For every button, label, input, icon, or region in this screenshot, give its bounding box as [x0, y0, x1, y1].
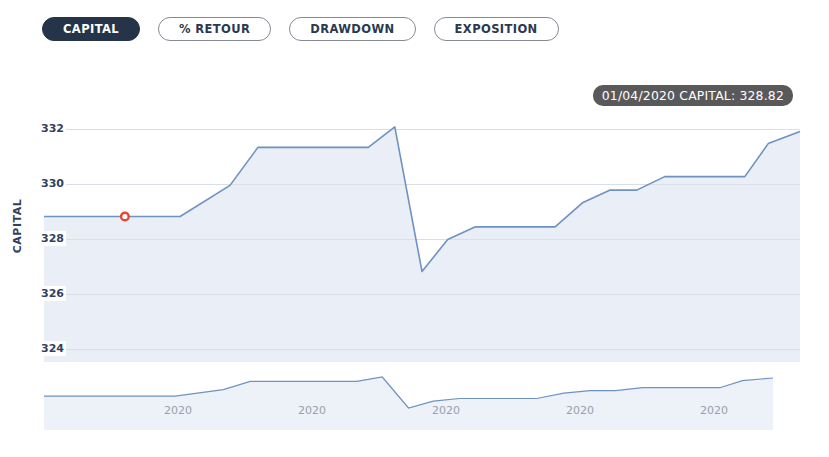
y-tick-label: 326 — [34, 286, 66, 301]
y-tick-label: 324 — [34, 341, 66, 356]
capital-chart-page: CAPITAL % RETOUR DRAWDOWN EXPOSITION 01/… — [0, 0, 829, 457]
y-axis-title: CAPITAL — [11, 196, 25, 256]
capital-area-chart[interactable] — [0, 0, 829, 457]
x-axis-label: 2020 — [298, 404, 326, 417]
y-tick-label: 330 — [34, 176, 66, 191]
navigator-fill[interactable] — [44, 377, 773, 430]
y-tick-label: 328 — [34, 231, 66, 246]
hover-point-marker[interactable] — [121, 213, 129, 221]
y-tick-label: 332 — [34, 121, 66, 136]
x-axis-label: 2020 — [432, 404, 460, 417]
x-axis-label: 2020 — [164, 404, 192, 417]
x-axis-label: 2020 — [700, 404, 728, 417]
x-axis-label: 2020 — [566, 404, 594, 417]
area-fill — [44, 127, 800, 362]
